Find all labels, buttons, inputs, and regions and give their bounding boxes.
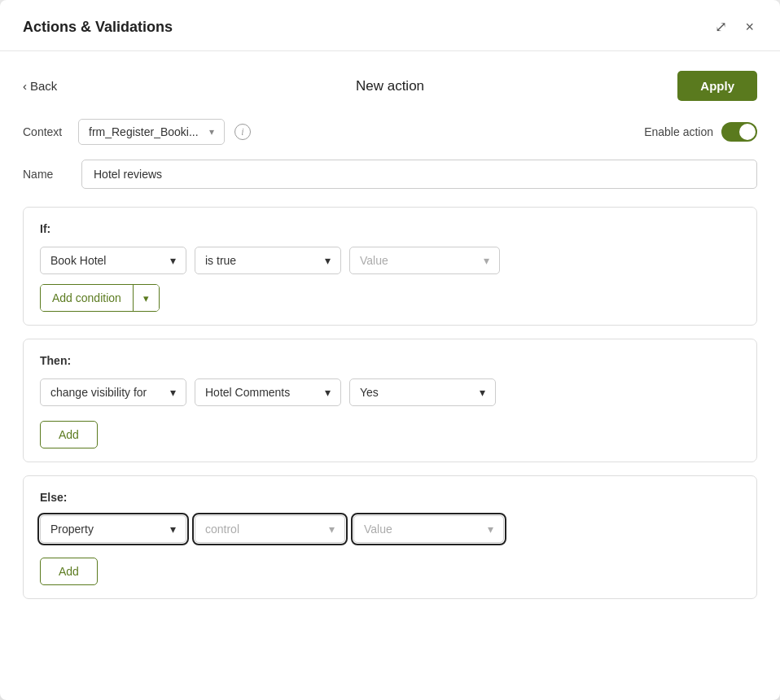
enable-action-group: Enable action <box>644 122 757 142</box>
close-button[interactable]: × <box>742 17 757 37</box>
expand-button[interactable]: ⤢ <box>712 16 730 37</box>
then-value-select[interactable]: Yes ▾ <box>349 378 496 406</box>
context-row: Context frm_Register_Booki... ▾ i Enable… <box>23 119 757 145</box>
then-add-button[interactable]: Add <box>40 421 98 448</box>
else-add-button[interactable]: Add <box>40 558 98 585</box>
enable-action-label: Enable action <box>644 125 713 138</box>
then-field-select[interactable]: Hotel Comments ▾ <box>195 378 341 406</box>
name-input[interactable] <box>81 160 757 189</box>
then-action-select[interactable]: change visibility for ▾ <box>40 378 186 406</box>
else-value-chevron-icon: ▾ <box>488 523 493 536</box>
enable-action-toggle[interactable] <box>721 122 757 142</box>
then-action-value: change visibility for <box>50 386 147 399</box>
add-condition-arrow-button[interactable]: ▾ <box>134 285 159 311</box>
then-condition-row: change visibility for ▾ Hotel Comments ▾… <box>40 378 740 406</box>
context-label: Context <box>23 125 68 138</box>
context-select[interactable]: frm_Register_Booki... ▾ <box>78 119 225 145</box>
then-label: Then: <box>40 354 740 367</box>
else-condition-row: Property ▾ control ▾ Value ▾ <box>40 515 740 543</box>
add-condition-button[interactable]: Add condition <box>41 285 133 311</box>
if-value-placeholder: Value <box>360 254 388 267</box>
back-label: Back <box>30 79 57 93</box>
action-bar: ‹ Back New action Apply <box>23 71 757 101</box>
if-condition-chevron-icon: ▾ <box>325 254 331 267</box>
back-button[interactable]: ‹ Back <box>23 79 57 93</box>
modal-body: ‹ Back New action Apply Context frm_Regi… <box>0 51 780 700</box>
modal-header-icons: ⤢ × <box>712 16 757 37</box>
else-section: Else: Property ▾ control ▾ Value ▾ Add <box>23 475 757 599</box>
then-field-chevron-icon: ▾ <box>325 386 331 399</box>
modal-title: Actions & Validations <box>23 19 173 36</box>
name-row: Name <box>23 160 757 189</box>
context-chevron-icon: ▾ <box>209 126 214 138</box>
modal: Actions & Validations ⤢ × ‹ Back New act… <box>0 0 780 700</box>
if-condition-value: is true <box>205 254 236 267</box>
else-condition-select[interactable]: control ▾ <box>195 515 345 543</box>
apply-button[interactable]: Apply <box>677 71 757 101</box>
then-value-value: Yes <box>360 386 379 399</box>
else-condition-chevron-icon: ▾ <box>329 523 335 536</box>
else-field-chevron-icon: ▾ <box>170 523 176 536</box>
close-icon: × <box>745 19 754 36</box>
name-label: Name <box>23 168 68 181</box>
then-value-chevron-icon: ▾ <box>480 386 485 399</box>
then-section: Then: change visibility for ▾ Hotel Comm… <box>23 339 757 462</box>
add-condition-chevron-icon: ▾ <box>143 292 149 304</box>
if-field-chevron-icon: ▾ <box>170 254 176 267</box>
if-condition-select[interactable]: is true ▾ <box>195 247 341 274</box>
else-value-select[interactable]: Value ▾ <box>353 515 504 543</box>
then-action-chevron-icon: ▾ <box>170 386 176 399</box>
if-value-select[interactable]: Value ▾ <box>349 247 500 274</box>
else-field-select[interactable]: Property ▾ <box>40 515 186 543</box>
else-label: Else: <box>40 491 740 504</box>
if-value-chevron-icon: ▾ <box>484 254 489 267</box>
modal-header: Actions & Validations ⤢ × <box>0 0 780 51</box>
if-field-value: Book Hotel <box>50 254 106 267</box>
chevron-left-icon: ‹ <box>23 79 27 93</box>
then-field-value: Hotel Comments <box>205 386 290 399</box>
if-label: If: <box>40 222 740 235</box>
if-condition-row: Book Hotel ▾ is true ▾ Value ▾ <box>40 247 740 274</box>
if-section: If: Book Hotel ▾ is true ▾ Value ▾ Add c… <box>23 207 757 326</box>
else-field-placeholder: Property <box>50 523 94 536</box>
else-value-placeholder: Value <box>364 523 392 536</box>
if-field-select[interactable]: Book Hotel ▾ <box>40 247 186 274</box>
context-value: frm_Register_Booki... <box>89 125 199 138</box>
expand-icon: ⤢ <box>715 18 727 36</box>
else-condition-placeholder: control <box>205 523 239 536</box>
info-icon[interactable]: i <box>234 124 251 140</box>
add-condition-wrapper: Add condition ▾ <box>40 284 160 312</box>
action-title: New action <box>356 78 424 94</box>
